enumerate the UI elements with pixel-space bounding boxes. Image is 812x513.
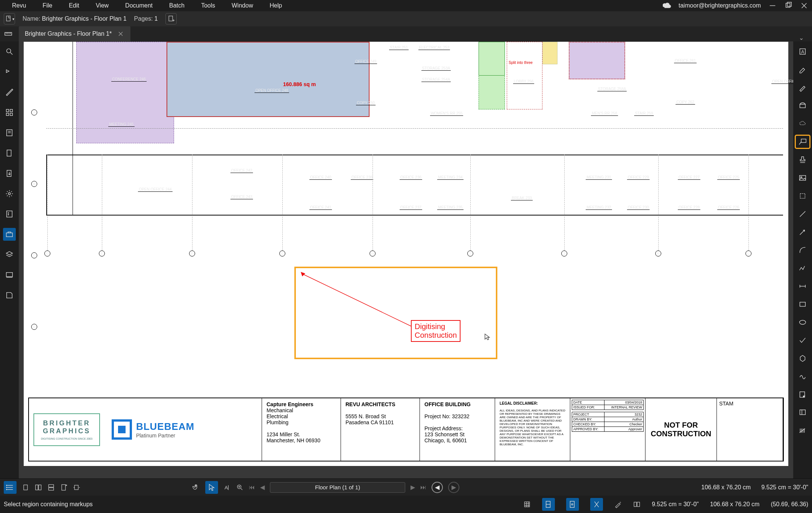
menu-revu[interactable]: Revu xyxy=(4,2,34,9)
export-icon[interactable] xyxy=(3,167,16,180)
menu-batch[interactable]: Batch xyxy=(161,2,193,9)
svg-line-47 xyxy=(800,211,806,217)
callout-leader xyxy=(300,271,424,333)
pan-tool-icon[interactable] xyxy=(192,484,200,491)
fit-page-icon[interactable] xyxy=(60,484,68,491)
room-label: OFFICE 227 xyxy=(670,173,708,182)
cloud-icon[interactable] xyxy=(663,2,671,10)
ellipse-tool-icon[interactable] xyxy=(795,316,810,329)
toolbox-icon[interactable] xyxy=(3,228,16,241)
fit-width-icon[interactable] xyxy=(73,484,80,491)
menu-document[interactable]: Document xyxy=(117,2,161,9)
cloud-tool-icon[interactable] xyxy=(795,117,810,130)
studio-icon[interactable] xyxy=(3,269,16,281)
maximize-icon[interactable] xyxy=(784,2,792,10)
polyline-tool-icon[interactable] xyxy=(795,262,810,275)
room-label: MEETING 245 xyxy=(99,117,144,132)
snap-content-icon[interactable] xyxy=(566,498,579,511)
tab-close-icon[interactable] xyxy=(117,30,124,38)
text-tool-icon[interactable]: A xyxy=(795,45,810,58)
gear-icon[interactable] xyxy=(3,187,16,200)
search-icon[interactable] xyxy=(3,45,16,58)
document-viewport[interactable]: MEETING 245CONFERENCE 246OPEN OFFICE 248… xyxy=(19,41,793,478)
nav-fwd-icon[interactable]: ▶ xyxy=(448,482,459,493)
crop-tool-icon[interactable] xyxy=(795,190,810,202)
document-info-bar: ▾ Name: Brighter Graphics - Floor Plan 1… xyxy=(0,11,812,26)
room-label: COPY 250 xyxy=(345,98,386,108)
menu-edit[interactable]: Edit xyxy=(61,2,88,9)
sketch-tool-icon[interactable] xyxy=(795,370,810,383)
split-h-icon[interactable] xyxy=(47,484,55,491)
dimension-tool-icon[interactable] xyxy=(795,280,810,293)
right-markup-toolbar: A xyxy=(793,41,812,478)
image-tool-icon[interactable] xyxy=(795,172,810,184)
zoom-tool-icon[interactable] xyxy=(236,484,244,491)
snap-markup-icon[interactable] xyxy=(590,498,603,511)
tabs-overflow-icon[interactable]: ⌄ xyxy=(799,34,804,41)
room-label: STAIR 251 xyxy=(384,44,414,52)
markup-list-icon[interactable] xyxy=(4,481,17,494)
last-page-icon[interactable]: ⏭ xyxy=(420,484,426,491)
properties-icon[interactable] xyxy=(3,208,16,220)
svg-rect-18 xyxy=(6,109,9,112)
menu-help[interactable]: Help xyxy=(261,2,290,9)
arrow-tool-icon[interactable] xyxy=(795,226,810,238)
ruler-icon[interactable] xyxy=(3,29,14,39)
sync-icon[interactable] xyxy=(633,501,641,508)
reuse-icon[interactable] xyxy=(614,501,622,508)
room-label: MEETING 234 xyxy=(432,173,469,182)
prev-page-icon[interactable]: ◀ xyxy=(260,484,265,491)
page-icon[interactable] xyxy=(3,147,16,159)
svg-point-27 xyxy=(8,193,11,195)
count-tool-icon[interactable] xyxy=(795,424,810,437)
room-label: STORAGE 253A xyxy=(415,64,457,73)
single-page-icon[interactable] xyxy=(22,484,29,491)
menu-window[interactable]: Window xyxy=(223,2,261,9)
layers-icon[interactable] xyxy=(3,248,16,261)
callout-tool-icon[interactable] xyxy=(795,135,810,148)
grid-icon[interactable] xyxy=(3,106,16,119)
next-page-icon[interactable]: ▶ xyxy=(411,484,415,491)
snap-icon[interactable] xyxy=(542,498,555,511)
grid-bubble: C xyxy=(31,252,37,258)
add-page-button[interactable] xyxy=(165,13,177,24)
thumbnail-icon[interactable] xyxy=(3,65,16,78)
menu-view[interactable]: View xyxy=(88,2,117,9)
room-label: OFFICE 236 xyxy=(392,173,430,182)
user-email[interactable]: taimoor@brightergraphics.com xyxy=(679,2,761,9)
split-v-icon[interactable] xyxy=(35,484,42,491)
room-label: OFFICE 243 xyxy=(219,192,264,202)
grid-bubble: F xyxy=(189,250,195,256)
highlight-tool-icon[interactable] xyxy=(795,63,810,76)
line-tool-icon[interactable] xyxy=(795,208,810,220)
note-tool-icon[interactable] xyxy=(795,388,810,401)
select-tool-icon[interactable] xyxy=(205,481,218,494)
polygon-tool-icon[interactable] xyxy=(795,352,810,365)
status-dim: 106.68 x 76.20 cm xyxy=(710,501,760,508)
menu-file[interactable]: File xyxy=(34,2,61,9)
grid-bubble: I xyxy=(467,250,473,256)
shape-tool-icon[interactable] xyxy=(795,99,810,112)
svg-rect-21 xyxy=(10,113,12,115)
file-menu-button[interactable]: ▾ xyxy=(4,13,15,24)
measure-icon[interactable] xyxy=(3,86,16,99)
flag-tool-icon[interactable] xyxy=(795,406,810,419)
arc-tool-icon[interactable] xyxy=(795,244,810,256)
sets-icon[interactable] xyxy=(3,289,16,302)
stamp-tool-icon[interactable] xyxy=(795,153,810,166)
callout-textbox[interactable]: Digitising Construction xyxy=(411,320,461,342)
polygon-check-icon[interactable] xyxy=(795,334,810,347)
page-name-field[interactable]: Floor Plan (1 of 1) xyxy=(270,482,405,493)
nav-back-icon[interactable]: ◀ xyxy=(432,482,443,493)
document-tab[interactable]: Brighter Graphics - Floor Plan 1* xyxy=(19,26,130,41)
pen-tool-icon[interactable] xyxy=(795,81,810,94)
minimize-icon[interactable] xyxy=(768,2,777,10)
grid-snap-icon[interactable] xyxy=(523,501,531,508)
menu-tools[interactable]: Tools xyxy=(193,2,223,9)
close-icon[interactable] xyxy=(800,2,808,10)
svg-rect-72 xyxy=(48,487,53,490)
text-select-icon[interactable]: A xyxy=(223,484,231,491)
form-icon[interactable] xyxy=(3,126,16,139)
rectangle-tool-icon[interactable] xyxy=(795,298,810,311)
first-page-icon[interactable]: ⏮ xyxy=(249,484,255,491)
